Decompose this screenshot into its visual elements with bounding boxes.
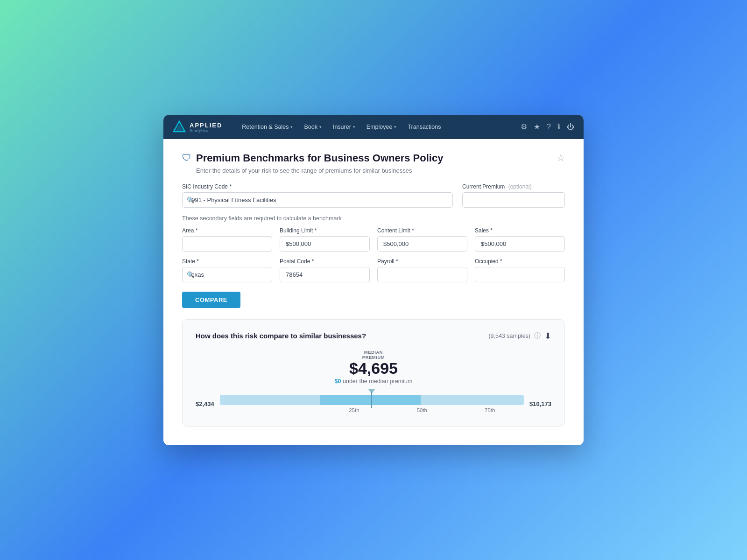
info-circle-icon[interactable]: ⓘ [534, 332, 541, 340]
percentile-25: 25th [349, 407, 359, 413]
postal-code-label: Postal Code * [280, 258, 370, 265]
percentile-75: 75th [485, 407, 495, 413]
nav-retention-sales[interactable]: Retention & Sales ▾ [237, 121, 297, 133]
sic-premium-row: SIC Industry Code * 🔍 Current Premium (o… [182, 183, 565, 208]
building-limit-input[interactable] [280, 236, 370, 252]
navbar: APPLIED Analytics Retention & Sales ▾ Bo… [163, 115, 584, 139]
median-value: $4,695 [335, 360, 413, 377]
compare-button[interactable]: COMPARE [182, 292, 240, 308]
download-icon[interactable]: ⬇ [544, 331, 551, 341]
info-icon[interactable]: ℹ [557, 122, 560, 131]
postal-code-field-group: Postal Code * [280, 258, 370, 282]
content-limit-label: Content Limit * [377, 227, 467, 234]
nav-book[interactable]: Book ▾ [299, 121, 326, 133]
sales-label: Sales * [475, 227, 565, 234]
favorite-button[interactable]: ☆ [557, 152, 565, 163]
nav-icons: ⚙ ★ ? ℹ ⏻ [521, 122, 574, 131]
chevron-down-icon: ▾ [394, 125, 396, 129]
nav-employee[interactable]: Employee ▾ [362, 121, 402, 133]
nav-links: Retention & Sales ▾ Book ▾ Insurer ▾ Emp… [237, 121, 521, 133]
state-input-wrapper: 🔍 [182, 267, 272, 282]
sic-input[interactable] [182, 192, 453, 208]
occupied-label: Occupied * [475, 258, 565, 265]
results-header: How does this risk compare to similar bu… [196, 331, 551, 341]
current-premium-input[interactable] [462, 192, 565, 208]
under-amount: $0 [335, 378, 341, 385]
logo-text: APPLIED [190, 122, 222, 129]
page-header: 🛡 Premium Benchmarks for Business Owners… [182, 152, 565, 164]
building-limit-label: Building Limit * [280, 227, 370, 234]
range-container: $2,434 25th 50th 75th $10,173 [196, 395, 551, 413]
state-label: State * [182, 258, 272, 265]
search-icon: 🔍 [187, 196, 194, 203]
sic-label: SIC Industry Code * [182, 183, 453, 190]
nav-insurer[interactable]: Insurer ▾ [328, 121, 360, 133]
payroll-field-group: Payroll * [377, 258, 467, 282]
results-meta: (9,543 samples) ⓘ ⬇ [488, 331, 551, 341]
payroll-input[interactable] [377, 267, 467, 282]
content-limit-input[interactable] [377, 236, 467, 252]
state-field-group: State * 🔍 [182, 258, 272, 282]
current-premium-field-group: Current Premium (optional) [462, 183, 565, 208]
signout-icon[interactable]: ⏻ [567, 123, 574, 131]
median-line [371, 392, 372, 408]
star-icon[interactable]: ★ [534, 122, 540, 131]
logo: APPLIED Analytics [173, 120, 222, 133]
building-limit-field-group: Building Limit * [280, 227, 370, 252]
percentile-50: 50th [417, 407, 427, 413]
sic-input-wrapper: 🔍 [182, 192, 453, 208]
page-title-row: 🛡 Premium Benchmarks for Business Owners… [182, 152, 443, 164]
bar-track [220, 395, 524, 405]
chart-area: MEDIANPREMIUM $4,695 $0 under the median… [196, 350, 551, 413]
occupied-field-group: Occupied * [475, 258, 565, 282]
chevron-down-icon: ▾ [290, 125, 293, 129]
logo-sub: Analytics [190, 128, 222, 133]
samples-badge: (9,543 samples) [488, 333, 530, 339]
under-label: $0 under the median premium [335, 378, 413, 385]
results-box: How does this risk compare to similar bu… [182, 319, 565, 427]
payroll-label: Payroll * [377, 258, 467, 265]
bar-wrapper: 25th 50th 75th [220, 395, 524, 413]
sic-field-group: SIC Industry Code * 🔍 [182, 183, 453, 208]
chevron-down-icon: ▾ [353, 125, 355, 129]
page-title: Premium Benchmarks for Business Owners P… [196, 152, 443, 164]
secondary-fields-note: These secondary fields are required to c… [182, 215, 565, 222]
range-max: $10,173 [529, 400, 551, 407]
results-title: How does this risk compare to similar bu… [196, 332, 366, 340]
search-icon: 🔍 [187, 271, 194, 278]
sales-field-group: Sales * [475, 227, 565, 252]
page-subtitle: Enter the details of your risk to see th… [196, 167, 565, 174]
range-min: $2,434 [196, 400, 214, 407]
main-content: 🛡 Premium Benchmarks for Business Owners… [163, 139, 584, 445]
area-input[interactable] [182, 236, 272, 252]
form-grid: Area * Building Limit * Content Limit * … [182, 227, 565, 282]
area-field-group: Area * [182, 227, 272, 252]
nav-transactions[interactable]: Transactions [403, 121, 445, 133]
median-section: MEDIANPREMIUM $4,695 $0 under the median… [335, 350, 413, 385]
help-icon[interactable]: ? [547, 123, 551, 131]
app-window: APPLIED Analytics Retention & Sales ▾ Bo… [163, 115, 584, 445]
content-limit-field-group: Content Limit * [377, 227, 467, 252]
area-label: Area * [182, 227, 272, 234]
gear-icon[interactable]: ⚙ [521, 122, 527, 131]
chevron-down-icon: ▾ [319, 125, 322, 129]
sales-input[interactable] [475, 236, 565, 252]
median-label: MEDIANPREMIUM [335, 350, 413, 360]
current-premium-label: Current Premium (optional) [462, 183, 565, 190]
percentile-labels: 25th 50th 75th [220, 407, 524, 413]
postal-code-input[interactable] [280, 267, 370, 282]
shield-icon: 🛡 [182, 153, 191, 163]
under-text: under the median premium [343, 378, 412, 385]
state-input[interactable] [182, 267, 272, 282]
occupied-input[interactable] [475, 267, 565, 282]
